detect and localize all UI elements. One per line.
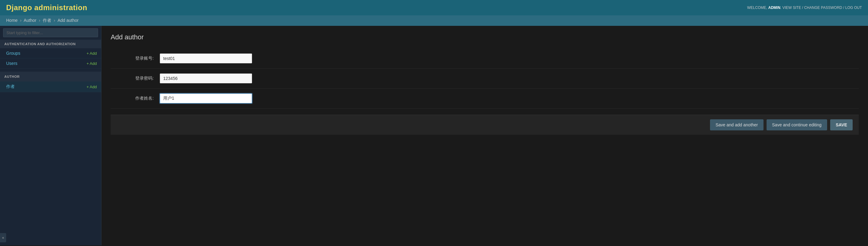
sidebar-zuozhe-add[interactable]: + Add: [86, 85, 97, 89]
site-title: Django administration: [6, 3, 87, 12]
sidebar-filter-container: [0, 26, 101, 40]
save-add-another-button[interactable]: Save and add another: [710, 119, 764, 130]
breadcrumb: Home › Author › 作者 › Add author: [0, 16, 868, 26]
sidebar-collapse-button[interactable]: «: [0, 233, 6, 242]
sidebar-groups-add[interactable]: + Add: [86, 51, 97, 56]
author-name-label: 作者姓名:: [111, 96, 160, 101]
breadcrumb-zuozhe[interactable]: 作者: [43, 18, 51, 23]
breadcrumb-current: Add author: [58, 18, 79, 23]
sidebar-zuozhe-link[interactable]: 作者: [6, 84, 15, 90]
welcome-text: WELCOME,: [747, 5, 767, 10]
sidebar-item-zuozhe: 作者 + Add: [0, 82, 101, 92]
log-out-link[interactable]: LOG OUT: [845, 5, 862, 10]
save-continue-editing-button[interactable]: Save and continue editing: [767, 119, 827, 130]
sidebar-section-author: AUTHOR: [0, 72, 101, 82]
sidebar-groups-link[interactable]: Groups: [6, 51, 20, 56]
breadcrumb-sep-3: ›: [54, 18, 55, 23]
username-field[interactable]: [160, 54, 252, 63]
sidebar-item-groups: Groups + Add: [0, 48, 101, 58]
user-tools: WELCOME, ADMIN. VIEW SITE / CHANGE PASSW…: [747, 5, 862, 10]
author-name-field[interactable]: [160, 93, 252, 103]
breadcrumb-author[interactable]: Author: [24, 18, 36, 23]
change-password-link[interactable]: CHANGE PASSWORD: [804, 5, 842, 10]
header: Django administration WELCOME, ADMIN. VI…: [0, 0, 868, 16]
username: ADMIN: [768, 5, 780, 10]
breadcrumb-sep-2: ›: [39, 18, 40, 23]
submit-row: Save and add another Save and continue e…: [111, 115, 859, 135]
page-title: Add author: [111, 33, 859, 41]
username-label: 登录账号:: [111, 56, 160, 61]
sidebar-item-users: Users + Add: [0, 58, 101, 68]
sidebar: AUTHENTICATION AND AUTHORIZATION Groups …: [0, 26, 101, 245]
sidebar-users-link[interactable]: Users: [6, 61, 18, 66]
password-label: 登录密码:: [111, 75, 160, 81]
breadcrumb-sep-1: ›: [20, 18, 22, 23]
view-site-link[interactable]: VIEW SITE: [782, 5, 801, 10]
content-area: Add author 登录账号: 登录密码: 作者姓名: Save and ad…: [101, 26, 868, 245]
sidebar-users-add[interactable]: + Add: [86, 61, 97, 66]
form-row-password: 登录密码:: [111, 68, 859, 89]
collapse-icon: «: [2, 236, 4, 240]
form-row-username: 登录账号:: [111, 49, 859, 68]
form-row-author-name: 作者姓名:: [111, 89, 859, 109]
sidebar-section-auth: AUTHENTICATION AND AUTHORIZATION: [0, 40, 101, 48]
breadcrumb-home[interactable]: Home: [6, 18, 18, 23]
password-field[interactable]: [160, 73, 252, 83]
main-layout: AUTHENTICATION AND AUTHORIZATION Groups …: [0, 26, 868, 245]
sidebar-filter-input[interactable]: [3, 28, 98, 37]
save-button[interactable]: SAVE: [830, 119, 852, 130]
